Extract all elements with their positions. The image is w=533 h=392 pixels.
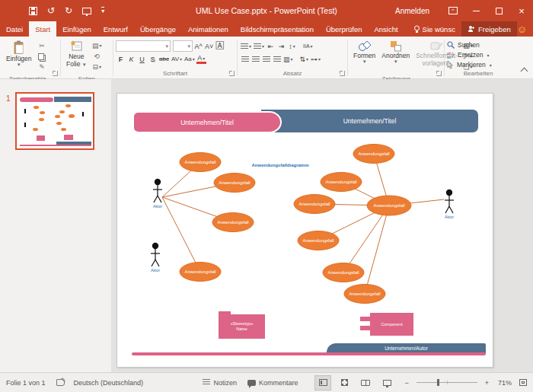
usecase-label: Anwendungsfall [185,160,216,164]
bullets-icon[interactable]: ▾ [240,41,252,51]
customize-qat-icon[interactable]: ▾ [101,7,104,14]
tab-ansicht[interactable]: Ansicht [368,21,404,37]
columns-icon[interactable]: ▥▾ [282,54,294,64]
copy-icon[interactable] [37,52,48,61]
zoom-slider[interactable] [417,382,477,383]
association-line[interactable] [365,206,389,294]
drawing-dialog-launcher[interactable] [436,71,442,76]
paste-button[interactable]: Einfügen ▼ [3,39,35,69]
collapse-ribbon-icon[interactable] [521,68,528,75]
view-slide-sorter-button[interactable] [336,375,353,390]
slide-layout-icon[interactable]: ▤▾ [91,41,103,50]
strikethrough-button[interactable]: abc [158,54,170,64]
tab-ueberpruefen[interactable]: Überprüfen [320,21,369,37]
font-color-button[interactable]: A▾ [196,55,206,64]
decrease-indent-icon[interactable]: ⇤ [266,41,276,51]
increase-indent-icon[interactable]: ⇥ [276,41,286,51]
close-button[interactable]: × [510,0,533,21]
bold-button[interactable]: F [116,54,126,64]
slide-canvas[interactable]: Unternehmen/Titel Unternehmen/Titel Anwe… [111,79,533,372]
actor-figure[interactable] [151,243,160,266]
spellcheck-icon[interactable] [56,379,65,386]
replace-button[interactable]: abac Ersetzen ▾ [447,51,509,59]
feedback-smiley-icon[interactable]: ☺ [517,21,527,37]
ribbon-display-options-icon[interactable]: ⌃ [442,0,464,21]
align-left-icon[interactable] [240,54,250,64]
tab-start[interactable]: Start [29,21,56,37]
tab-bildschirmpraesentation[interactable]: Bildschirmpräsentation [235,21,320,37]
text-direction-icon[interactable]: IIA▾ [302,41,314,51]
shrink-font-button[interactable]: A˅ [204,41,214,51]
reading-view-icon [361,380,370,386]
justify-icon[interactable] [272,54,282,64]
font-name-select[interactable]: ▾ [116,40,171,52]
actor-figure[interactable] [153,179,162,202]
actor-figure[interactable] [445,190,454,213]
zoom-in-button[interactable]: + [485,379,489,387]
font-dialog-launcher[interactable] [229,71,235,76]
slide-counter[interactable]: Folie 1 von 1 [6,379,46,387]
arrange-button[interactable]: Anordnen ▼ [378,39,413,66]
view-reading-button[interactable] [357,375,374,390]
new-slide-button[interactable]: Neue Folie ▼ [63,39,90,69]
paragraph-dialog-launcher[interactable] [340,71,345,76]
align-right-icon[interactable] [261,54,271,64]
save-icon[interactable] [29,7,37,15]
minimize-button[interactable] [464,0,487,21]
line-spacing-icon[interactable]: ↕▾ [287,41,297,51]
change-case-button[interactable]: Aa▾ [184,54,196,64]
slide-thumbnail[interactable] [15,92,94,150]
tell-me-box[interactable]: Sie wünsc [407,21,461,37]
notes-button[interactable]: Notizen [203,379,237,387]
association-line[interactable] [343,206,389,272]
cut-icon[interactable]: ✂ [37,41,48,50]
view-slideshow-button[interactable] [378,375,395,390]
footer-bar[interactable] [132,352,486,355]
tab-einfuegen[interactable]: Einfügen [56,21,97,37]
view-normal-button[interactable] [314,375,331,390]
fit-to-window-button[interactable] [519,379,527,386]
group-paragraph: ▾ ▾ ⇤ ⇥ ↕▾ IIA▾ ▥▾ ⇅▾ ⊶▾ Absatz [238,37,346,78]
section-icon[interactable]: ⊟▾ [91,62,103,72]
convert-smartart-icon[interactable]: ⊶▾ [310,54,321,64]
maximize-button[interactable] [487,0,510,21]
select-button[interactable]: Markieren ▾ [447,61,509,69]
redo-icon[interactable]: ↻ [65,6,72,15]
character-spacing-button[interactable]: AV▾ [171,54,183,64]
reset-slide-icon[interactable]: ⟲ [91,52,103,61]
language-indicator[interactable]: Deutsch (Deutschland) [74,379,144,387]
grow-font-button[interactable]: A^ [193,41,203,51]
clear-formatting-icon[interactable]: 🄰 [215,41,225,51]
undo-icon[interactable]: ↺ [47,6,55,15]
usecase-diagram[interactable]: AnwendungsfallAnwendungsfallAnwendungsfa… [117,94,494,368]
align-center-icon[interactable] [251,54,260,64]
format-painter-icon[interactable]: ✎ [37,62,48,72]
italic-button[interactable]: K [126,54,136,64]
font-size-select[interactable]: ▾ [173,40,193,52]
underline-button[interactable]: U [137,54,147,64]
zoom-slider-handle[interactable] [437,379,439,386]
uml-component-shape[interactable]: Component [370,313,413,336]
find-button[interactable]: Suchen [447,41,509,49]
zoom-out-button[interactable]: − [404,379,408,387]
numbering-icon[interactable]: ▾ [253,41,265,51]
shapes-button[interactable]: Formen ▼ [350,39,378,66]
clipboard-dialog-launcher[interactable] [53,71,58,76]
zoom-percentage[interactable]: 71% [498,379,512,387]
align-text-icon[interactable]: ⇅▾ [299,54,310,64]
uml-package-shape[interactable]: «Stereotyp» Name [219,314,265,339]
slide[interactable]: Unternehmen/Titel Unternehmen/Titel Anwe… [116,93,493,368]
comments-button[interactable]: Kommentare [247,379,298,387]
text-shadow-button[interactable]: S [148,54,158,64]
tab-animationen[interactable]: Animationen [182,21,235,37]
arrange-icon [390,40,402,52]
sign-in-button[interactable]: Anmelden [383,7,442,15]
tab-datei[interactable]: Datei [0,21,29,37]
share-button[interactable]: Freigeben [461,21,517,37]
start-slideshow-icon[interactable] [82,8,91,14]
tab-entwurf[interactable]: Entwurf [97,21,134,37]
tab-uebergaenge[interactable]: Übergänge [134,21,182,37]
new-slide-icon [70,40,83,53]
titlebar: ↺ ↻ ▾ UML Use Case.pptx - PowerPoint (Te… [0,0,533,21]
thumb-actor [24,123,26,127]
